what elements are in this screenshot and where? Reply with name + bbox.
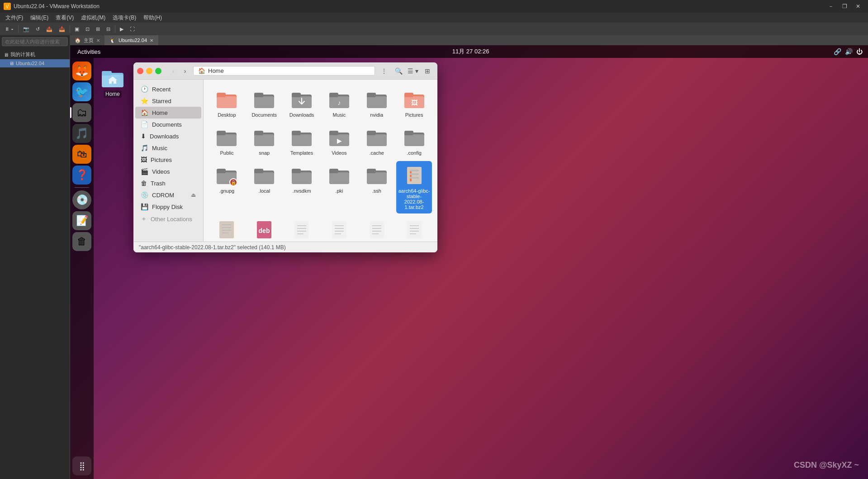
file-local[interactable]: .local [247, 161, 282, 213]
ssh-label: .ssh [372, 188, 381, 194]
toolbar-snap-btn[interactable]: 📷 [20, 24, 32, 34]
power-icon[interactable]: ⏻ [856, 48, 863, 55]
sidebar-item-starred[interactable]: ⭐ Starred [135, 95, 201, 107]
toolbar-revert-btn[interactable]: ↺ [33, 24, 43, 34]
dock-firefox[interactable]: 🦊 [72, 62, 91, 81]
dock-cd[interactable]: 💿 [72, 190, 91, 209]
file-downloads[interactable]: Downloads [284, 85, 320, 121]
fm-grid-view-btn[interactable]: ⊞ [421, 65, 434, 77]
videos-folder-icon: ▶ [328, 127, 350, 148]
desktop-home-icon[interactable]: Home [101, 67, 124, 98]
dock-thunderbird[interactable]: 🐦 [72, 82, 91, 101]
file-ssh[interactable]: .ssh [359, 161, 394, 213]
vmware-minimize-btn[interactable]: － [825, 0, 837, 13]
sidebar-item-recent[interactable]: 🕐 Recent [135, 83, 201, 95]
sidebar-item-downloads[interactable]: ⬇ Downloads [135, 130, 201, 142]
sidebar-item-trash[interactable]: 🗑 Trash [135, 177, 201, 189]
tree-item-computer[interactable]: 🖥 我的计算机 [0, 50, 70, 59]
file-desktop[interactable]: Desktop [209, 85, 245, 121]
tab-ubuntu[interactable]: 🐧 Ubuntu22.04 ✕ [105, 35, 158, 45]
menu-file[interactable]: 文件(F) [2, 13, 27, 23]
sidebar-item-cdrom[interactable]: 💿 CDROM ⏏ [135, 189, 201, 201]
menu-view[interactable]: 查看(V) [52, 13, 77, 23]
menu-help[interactable]: 帮助(H) [140, 13, 166, 23]
sidebar-item-other-locations[interactable]: ＋ Other Locations [135, 213, 201, 225]
sidebar-item-floppy[interactable]: 💾 Floppy Disk [135, 201, 201, 213]
toolbar-view-btn-3[interactable]: ⊞ [93, 24, 103, 34]
file-bash-logout[interactable]: .bash_logout [322, 215, 357, 242]
file-cache[interactable]: .cache [359, 123, 394, 159]
sidebar-item-documents[interactable]: 📄 Documents [135, 119, 201, 130]
svg-rect-53 [329, 169, 338, 173]
dock-rhythmbox[interactable]: 🎵 [72, 124, 91, 143]
file-nvsdkm[interactable]: .nvsdkm [284, 161, 320, 213]
file-aarch64-archive[interactable]: aarch64-glibc-stable-2022.08-1.tar.bz2 [396, 161, 432, 213]
sidebar-item-videos[interactable]: 🎬 Videos [135, 166, 201, 177]
file-templates[interactable]: Templates [284, 123, 320, 159]
sidebar-item-pictures[interactable]: 🖼 Pictures [135, 154, 201, 166]
file-bash-history[interactable]: .bash_history [284, 215, 320, 242]
file-nvidia[interactable]: nvidia [359, 85, 394, 121]
activities-button[interactable]: Activities [70, 45, 108, 58]
menu-tabs[interactable]: 选项卡(B) [109, 13, 140, 23]
fm-maximize-btn[interactable] [155, 68, 161, 74]
toolbar-play-btn[interactable]: ▶ [117, 24, 126, 34]
fm-minimize-btn[interactable] [146, 68, 152, 74]
vmware-close-btn[interactable]: ✕ [852, 0, 864, 13]
templates-label: Templates [290, 150, 313, 156]
sidebar-item-music[interactable]: 🎵 Music [135, 142, 201, 154]
fm-back-btn[interactable]: ‹ [168, 66, 179, 76]
file-snap[interactable]: snap [247, 123, 282, 159]
ubuntu-tab-close[interactable]: ✕ [150, 38, 153, 43]
home-icon-label: Home [104, 90, 122, 98]
menu-vm[interactable]: 虚拟机(M) [77, 13, 109, 23]
volume-icon[interactable]: 🔊 [845, 48, 853, 55]
dock-appstore[interactable]: 🛍 [72, 145, 91, 164]
file-music[interactable]: ♪ Music [322, 85, 357, 121]
vmware-title: Ubuntu22.04 - VMware Workstation [14, 3, 825, 9]
home-tab-close[interactable]: ✕ [96, 38, 100, 43]
file-pki[interactable]: .pki [322, 161, 357, 213]
toolbar-view-btn-4[interactable]: ⊟ [104, 24, 113, 34]
home-folder-icon [101, 67, 124, 89]
file-videos[interactable]: ▶ Videos [322, 123, 357, 159]
toolbar-pause-btn[interactable]: ⏸ ▾ [2, 24, 16, 34]
vmware-menubar: 文件(F) 编辑(E) 查看(V) 虚拟机(M) 选项卡(B) 帮助(H) [0, 13, 868, 23]
file-pictures[interactable]: 🖼 Pictures [396, 85, 432, 121]
vmware-search-input[interactable] [2, 37, 68, 46]
dock-trash[interactable]: 🗑 [72, 232, 91, 251]
tree-item-ubuntu[interactable]: 🖥 Ubuntu22.04 [0, 59, 70, 67]
file-profile[interactable]: .profile [396, 215, 432, 242]
file-public[interactable]: Public [209, 123, 245, 159]
menu-edit[interactable]: 编辑(E) [27, 13, 52, 23]
svg-rect-82 [370, 221, 384, 238]
fm-close-btn[interactable] [137, 68, 143, 74]
file-config[interactable]: .config [396, 123, 432, 159]
file-public-sources[interactable]: public_sources.tbz2 [209, 215, 245, 242]
tab-home[interactable]: 🏠 主页 ✕ [70, 35, 105, 45]
sidebar-item-home[interactable]: 🏠 Home [135, 107, 201, 119]
svg-rect-11 [292, 93, 301, 97]
dock-show-apps-btn[interactable]: ⣿ [72, 456, 91, 475]
toolbar-send-btn[interactable]: 📤 [43, 24, 55, 34]
cache-label: .cache [370, 150, 384, 156]
toolbar-view-btn-2[interactable]: ⊡ [83, 24, 92, 34]
eject-icon[interactable]: ⏏ [191, 192, 196, 198]
file-documents[interactable]: Documents [247, 85, 282, 121]
toolbar-view-btn-1[interactable]: ▣ [72, 24, 82, 34]
fm-list-view-btn[interactable]: ☰ ▾ [407, 65, 419, 77]
file-bashrc[interactable]: .bashrc [359, 215, 394, 242]
fm-forward-btn[interactable]: › [180, 66, 190, 76]
fm-search-btn[interactable]: 🔍 [392, 65, 405, 77]
network-icon[interactable]: 🔗 [834, 48, 841, 55]
toolbar-fullscreen-btn[interactable]: ⛶ [127, 24, 138, 34]
vmware-maximize-btn[interactable]: ❐ [838, 0, 851, 13]
file-sdkmanager[interactable]: deb sdkmanager_2.2.0-12021_a... [247, 215, 282, 242]
dock-notes[interactable]: 📝 [72, 211, 91, 230]
dock-files[interactable]: 🗂 [72, 103, 91, 122]
fm-menu-btn[interactable]: ⋮ [378, 65, 390, 77]
dock-help[interactable]: ❓ [72, 166, 91, 185]
toolbar-recv-btn[interactable]: 📥 [56, 24, 68, 34]
fm-address-bar[interactable]: 🏠 Home [193, 66, 375, 76]
file-gnupg[interactable]: 🔒 .gnupg [209, 161, 245, 213]
